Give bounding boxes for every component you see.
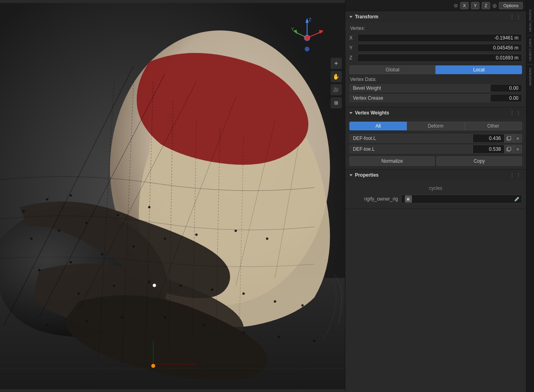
vertex-weights-section: Vertex Weights ⋮⋮ All Deform Other DEF-f… bbox=[345, 107, 526, 169]
bevel-weight-key[interactable]: Bevel Weight bbox=[349, 84, 490, 92]
right-properties-strip: MESH_PROPS OBJECT_DATA MODIFIERS bbox=[526, 0, 534, 392]
viewport[interactable]: Z X Y + ✋ 🎥 bbox=[0, 0, 345, 392]
svg-point-28 bbox=[132, 245, 135, 248]
svg-point-65 bbox=[305, 47, 309, 51]
z-axis-button[interactable]: Z bbox=[482, 2, 490, 9]
rigify-owner-rig-row: rigify_owner_rig ▣ 💉 bbox=[349, 194, 522, 204]
y-axis-label: Y bbox=[349, 45, 357, 51]
svg-point-47 bbox=[278, 336, 280, 338]
strip-label-3: MODIFIERS bbox=[528, 68, 532, 85]
weight-copy-icon-1[interactable] bbox=[504, 145, 513, 154]
y-coord-value[interactable]: 0.045456 m bbox=[357, 44, 522, 52]
y-coord-row: Y 0.045456 m bbox=[349, 43, 522, 52]
svg-point-64 bbox=[305, 35, 309, 40]
svg-point-25 bbox=[38, 269, 41, 271]
weight-action-buttons: Normalize Copy bbox=[349, 156, 522, 166]
weight-copy-icon-0[interactable] bbox=[504, 134, 513, 143]
weight-delete-icon-0[interactable]: ✕ bbox=[513, 134, 522, 143]
svg-point-22 bbox=[85, 222, 88, 224]
z-coord-row: Z 0.01693 m bbox=[349, 53, 522, 62]
weight-name-1[interactable]: DEF-toe.L bbox=[349, 145, 473, 154]
camera-button[interactable]: 🎥 bbox=[331, 84, 342, 95]
vertex-data-label: Vertex Data: bbox=[350, 77, 522, 82]
strip-divider-1 bbox=[527, 35, 534, 35]
properties-chevron bbox=[349, 172, 353, 178]
top-toolbar: ⊙ X Y Z ◎ Options bbox=[345, 0, 526, 11]
weight-row-0: DEF-foot.L 0.436 ✕ bbox=[349, 134, 522, 143]
properties-menu-dots[interactable]: ⋮⋮ bbox=[509, 172, 522, 178]
svg-point-48 bbox=[313, 340, 315, 342]
vertex-crease-key[interactable]: Vertex Crease bbox=[349, 94, 490, 102]
svg-point-53 bbox=[151, 364, 155, 368]
vertex-weights-content: All Deform Other DEF-foot.L 0.436 ✕ bbox=[345, 118, 526, 169]
transform-header[interactable]: Transform ⋮⋮ bbox=[345, 11, 526, 22]
global-space-button[interactable]: Global bbox=[349, 65, 436, 74]
normalize-button[interactable]: Normalize bbox=[349, 156, 435, 166]
svg-text:Y: Y bbox=[291, 27, 294, 32]
svg-point-46 bbox=[242, 332, 245, 334]
local-space-button[interactable]: Local bbox=[435, 65, 522, 74]
svg-point-23 bbox=[117, 214, 119, 216]
svg-text:Z: Z bbox=[309, 17, 311, 22]
svg-point-44 bbox=[164, 316, 166, 318]
svg-point-43 bbox=[120, 316, 123, 318]
y-axis-button[interactable]: Y bbox=[471, 2, 479, 9]
mesh-icon: ▣ bbox=[405, 195, 412, 203]
svg-point-18 bbox=[46, 198, 48, 201]
svg-point-27 bbox=[101, 253, 103, 256]
vertex-weights-menu-dots[interactable]: ⋮⋮ bbox=[509, 110, 522, 116]
strip-label-1: MESH_PROPS bbox=[528, 10, 532, 32]
x-axis-label: X bbox=[349, 35, 357, 41]
orientation-icon: ⊙ bbox=[454, 3, 458, 8]
svg-point-41 bbox=[46, 324, 48, 326]
all-filter-button[interactable]: All bbox=[349, 122, 407, 130]
x-coord-row: X -0.19461 m bbox=[349, 33, 522, 42]
custom-properties-header[interactable]: Properties ⋮⋮ bbox=[345, 169, 526, 181]
cycles-label: cycles bbox=[429, 185, 442, 191]
weight-delete-icon-1[interactable]: ✕ bbox=[513, 145, 522, 154]
transform-section: Transform ⋮⋮ Vertex: X -0.19461 m Y 0.04… bbox=[345, 11, 526, 107]
svg-point-26 bbox=[69, 261, 72, 264]
svg-marker-55 bbox=[305, 18, 309, 23]
x-axis-button[interactable]: X bbox=[460, 2, 469, 9]
svg-point-33 bbox=[77, 292, 80, 295]
svg-point-31 bbox=[234, 230, 237, 232]
weight-value-0[interactable]: 0.436 bbox=[473, 134, 504, 143]
svg-point-45 bbox=[203, 324, 205, 326]
other-filter-button[interactable]: Other bbox=[465, 122, 522, 130]
weight-row-1: DEF-toe.L 0.538 ✕ bbox=[349, 144, 522, 154]
zoom-in-button[interactable]: + bbox=[331, 58, 342, 69]
vertex-crease-value[interactable]: 0.00 bbox=[490, 94, 522, 102]
rigify-owner-rig-value[interactable]: ▣ 💉 bbox=[401, 195, 522, 203]
bevel-weight-value[interactable]: 0.00 bbox=[490, 84, 522, 92]
transform-content: Vertex: X -0.19461 m Y 0.045456 m Z 0.01… bbox=[345, 22, 526, 107]
eyedropper-button[interactable]: 💉 bbox=[514, 196, 520, 202]
svg-point-34 bbox=[113, 285, 115, 287]
properties-content: cycles rigify_owner_rig ▣ 💉 bbox=[345, 181, 526, 209]
viewport-nav-buttons: + ✋ 🎥 ⊞ bbox=[331, 58, 342, 108]
weight-name-0[interactable]: DEF-foot.L bbox=[349, 134, 473, 143]
copy-button[interactable]: Copy bbox=[436, 156, 522, 166]
transform-menu-dots[interactable]: ⋮⋮ bbox=[509, 14, 522, 20]
svg-point-37 bbox=[211, 288, 213, 291]
z-coord-value[interactable]: 0.01693 m bbox=[357, 54, 522, 62]
svg-point-42 bbox=[85, 320, 88, 322]
x-coord-value[interactable]: -0.19461 m bbox=[357, 34, 522, 42]
properties-panel: ⊙ X Y Z ◎ Options Transform ⋮⋮ Vertex: X… bbox=[345, 0, 526, 392]
weight-value-1[interactable]: 0.538 bbox=[473, 145, 504, 154]
vertex-weights-header[interactable]: Vertex Weights ⋮⋮ bbox=[345, 107, 526, 118]
vertex-label: Vertex: bbox=[349, 26, 522, 31]
pan-button[interactable]: ✋ bbox=[331, 71, 342, 82]
grid-view-button[interactable]: ⊞ bbox=[331, 97, 342, 108]
svg-point-39 bbox=[274, 300, 276, 303]
transform-space-toggle: Global Local bbox=[349, 65, 522, 74]
svg-point-36 bbox=[179, 285, 182, 287]
svg-point-16 bbox=[153, 284, 156, 287]
options-button[interactable]: Options bbox=[499, 2, 523, 9]
deform-filter-button[interactable]: Deform bbox=[407, 122, 464, 130]
properties-title: Properties bbox=[355, 172, 378, 178]
weight-filter-row: All Deform Other bbox=[349, 122, 522, 130]
navigation-gizmo[interactable]: Z X Y bbox=[291, 14, 323, 55]
vertex-weights-title: Vertex Weights bbox=[355, 110, 389, 116]
svg-rect-69 bbox=[508, 147, 511, 150]
